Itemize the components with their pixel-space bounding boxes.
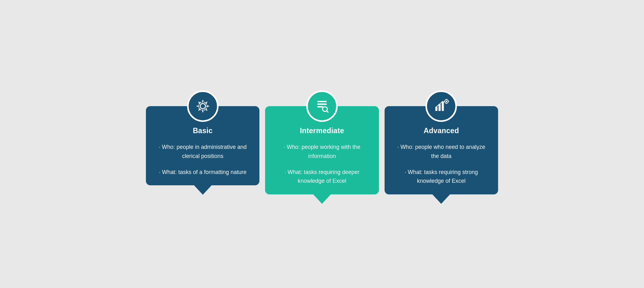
basic-card-title: Basic [155, 127, 251, 135]
advanced-item-1: · Who: people who need to analyze the da… [393, 143, 489, 160]
advanced-icon-circle [425, 90, 457, 122]
chart-gear-icon [433, 98, 450, 115]
basic-card-wrapper: Basic · Who: people in administrative an… [146, 90, 259, 195]
svg-point-11 [446, 101, 447, 102]
basic-item-1: · Who: people in administrative and cler… [155, 143, 251, 160]
advanced-card-wrapper: Advanced · Who: people who need to analy… [385, 90, 498, 204]
intermediate-card-title: Intermediate [274, 127, 370, 135]
svg-rect-7 [436, 107, 438, 111]
advanced-card-title: Advanced [393, 127, 489, 135]
advanced-card-pointer [432, 194, 450, 204]
advanced-item-2: · What: tasks requiring strong knowledge… [393, 168, 489, 186]
advanced-card-body: · Who: people who need to analyze the da… [393, 143, 489, 186]
svg-rect-9 [442, 101, 444, 111]
svg-rect-2 [317, 101, 327, 102]
intermediate-item-1: · Who: people working with the informati… [274, 143, 370, 160]
intermediate-item-2: · What: tasks requiring deeper knowledge… [274, 168, 370, 186]
svg-rect-3 [317, 104, 327, 105]
basic-card-body: · Who: people in administrative and cler… [155, 143, 251, 177]
svg-line-6 [327, 111, 328, 112]
basic-item-2: · What: tasks of a formatting nature [155, 168, 251, 177]
search-layers-icon [314, 98, 330, 115]
gear-icon [194, 98, 211, 115]
main-container: Basic · Who: people in administrative an… [133, 72, 511, 216]
intermediate-card-body: · Who: people working with the informati… [274, 143, 370, 186]
svg-point-0 [200, 104, 205, 109]
intermediate-icon-circle [306, 90, 338, 122]
basic-card-pointer [194, 185, 212, 195]
svg-rect-4 [317, 106, 323, 107]
intermediate-card-wrapper: Intermediate · Who: people working with … [265, 90, 379, 204]
intermediate-card-pointer [313, 194, 331, 204]
basic-icon-circle [187, 90, 219, 122]
